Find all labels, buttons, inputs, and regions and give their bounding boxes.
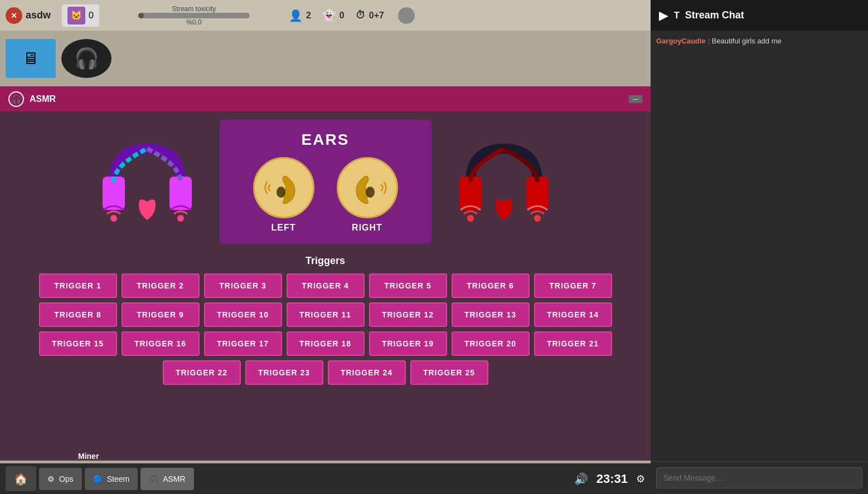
timer-icon: ⏱: [356, 9, 366, 21]
trigger-button[interactable]: TRIGGER 9: [122, 302, 200, 327]
settings-icon[interactable]: ⚙: [636, 473, 645, 485]
trigger-row: TRIGGER 1TRIGGER 2TRIGGER 3TRIGGER 4TRIG…: [39, 273, 612, 298]
trigger-button[interactable]: TRIGGER 20: [452, 331, 530, 356]
left-ear-button[interactable]: LEFT: [253, 157, 314, 233]
chat-input[interactable]: [656, 467, 862, 488]
top-bar: ✕ asdw 🐱 0 Stream toxicity %0,0 👤 2 👻 0 …: [0, 0, 868, 31]
svg-point-5: [277, 187, 285, 198]
trigger-button[interactable]: TRIGGER 22: [163, 360, 241, 385]
bottom-bar: 🏠 ⚙ Ops 🔵 Steem 🎧 ASMR 🔊 23:31 ⚙: [0, 463, 651, 494]
svg-point-3: [177, 215, 184, 222]
viewers-icon: 👤: [289, 9, 303, 22]
toxicity-pct: %0,0: [186, 18, 201, 26]
trigger-button[interactable]: TRIGGER 10: [204, 302, 282, 327]
svg-point-2: [110, 215, 117, 222]
trigger-button[interactable]: TRIGGER 25: [410, 360, 488, 385]
trigger-button[interactable]: TRIGGER 12: [369, 302, 447, 327]
right-ear-label: RIGHT: [352, 223, 382, 233]
asmr-title: ASMR: [30, 94, 56, 104]
app-logo-icon: ✕: [6, 7, 22, 24]
trigger-button[interactable]: TRIGGER 16: [122, 331, 200, 356]
asmr-panel: 🎧 ASMR —: [0, 86, 651, 461]
svg-point-7: [366, 187, 375, 198]
right-ear-button[interactable]: RIGHT: [337, 157, 398, 233]
asmr-content: EARS: [0, 111, 651, 461]
chat-panel: GargoyCaudle : Beautiful girls add me: [651, 31, 868, 494]
ghosts-count: 0: [340, 11, 345, 21]
ops-app-button[interactable]: ⚙ Ops: [39, 468, 82, 490]
stream-chat-header: ▶ T Stream Chat: [651, 0, 868, 31]
left-ear-label: LEFT: [271, 223, 296, 233]
trigger-button[interactable]: TRIGGER 13: [452, 302, 530, 327]
trigger-button[interactable]: TRIGGER 23: [245, 360, 323, 385]
asmr-bottom-label: ASMR: [163, 475, 185, 483]
ears-section: EARS: [8, 120, 642, 244]
asmr-icon: 🎧: [8, 91, 24, 107]
ghosts-icon: 👻: [322, 9, 336, 22]
ops-icon: ⚙: [47, 475, 55, 483]
toxicity-bar-wrap: [138, 13, 250, 18]
ears-row: LEFT: [253, 157, 398, 233]
main-layout: 🖥 🎧 🎧 ASMR —: [0, 31, 868, 494]
timer-value: 0+7: [369, 11, 384, 21]
svg-rect-1: [169, 177, 192, 210]
trigger-button[interactable]: TRIGGER 6: [452, 273, 530, 298]
browser-icon: 🖥: [6, 39, 56, 78]
trigger-button[interactable]: TRIGGER 7: [534, 273, 612, 298]
chat-text: : Beautiful girls add me: [707, 37, 781, 45]
ghosts-stat: 👻 0: [322, 9, 345, 22]
trigger-button[interactable]: TRIGGER 21: [534, 331, 612, 356]
cat-widget: 🐱 0: [62, 4, 99, 27]
svg-point-10: [467, 215, 474, 222]
trigger-button[interactable]: TRIGGER 15: [39, 331, 117, 356]
trigger-button[interactable]: TRIGGER 14: [534, 302, 612, 327]
asmr-app-button[interactable]: 🎧 ASMR: [140, 468, 193, 490]
trigger-button[interactable]: TRIGGER 3: [204, 273, 282, 298]
ops-label: Ops: [59, 475, 74, 483]
headphone-right-graphic: [448, 121, 560, 243]
home-icon[interactable]: 🏠: [6, 466, 36, 491]
trigger-button[interactable]: TRIGGER 5: [369, 273, 447, 298]
browser-area: 🖥 🎧: [0, 31, 651, 86]
steem-app-button[interactable]: 🔵 Steem: [85, 468, 138, 490]
svg-point-11: [534, 215, 541, 222]
clock-display: 23:31: [597, 472, 628, 486]
triggers-section: Triggers TRIGGER 1TRIGGER 2TRIGGER 3TRIG…: [8, 255, 642, 385]
bottom-right: 🔊 23:31 ⚙: [574, 472, 645, 486]
cat-count: 0: [89, 11, 94, 21]
trigger-button[interactable]: TRIGGER 4: [287, 273, 365, 298]
expand-icon[interactable]: [398, 7, 415, 24]
toxicity-section: Stream toxicity %0,0: [110, 5, 278, 26]
trigger-row: TRIGGER 22TRIGGER 23TRIGGER 24TRIGGER 25: [163, 360, 488, 385]
chat-username: GargoyCaudle: [656, 37, 706, 45]
toxicity-label: Stream toxicity: [172, 5, 216, 13]
viewers-count: 2: [306, 11, 311, 21]
toxicity-bar: [138, 13, 144, 18]
headphone-left-graphic: [91, 121, 203, 243]
play-icon: ▶: [659, 8, 668, 23]
trigger-button[interactable]: TRIGGER 2: [122, 273, 200, 298]
trigger-button[interactable]: TRIGGER 19: [369, 331, 447, 356]
minimize-button[interactable]: —: [629, 95, 642, 103]
trigger-row: TRIGGER 8TRIGGER 9TRIGGER 10TRIGGER 11TR…: [39, 302, 612, 327]
trigger-button[interactable]: TRIGGER 1: [39, 273, 117, 298]
trigger-button[interactable]: TRIGGER 11: [287, 302, 365, 327]
volume-icon[interactable]: 🔊: [574, 472, 588, 486]
trigger-button[interactable]: TRIGGER 17: [204, 331, 282, 356]
trigger-row: TRIGGER 15TRIGGER 16TRIGGER 17TRIGGER 18…: [39, 331, 612, 356]
triggers-grid: TRIGGER 1TRIGGER 2TRIGGER 3TRIGGER 4TRIG…: [14, 273, 637, 385]
trigger-button[interactable]: TRIGGER 8: [39, 302, 117, 327]
steem-label: Steem: [107, 475, 129, 483]
headphone-preview: 🎧: [61, 39, 111, 78]
ears-title: EARS: [302, 131, 350, 149]
steem-icon: 🔵: [93, 475, 103, 483]
triggers-title: Triggers: [14, 255, 637, 267]
timer-stat: ⏱ 0+7: [356, 9, 384, 21]
right-ear-icon: [337, 157, 398, 218]
trigger-button[interactable]: TRIGGER 18: [287, 331, 365, 356]
chat-message: GargoyCaudle : Beautiful girls add me: [656, 36, 862, 46]
trigger-button[interactable]: TRIGGER 24: [328, 360, 406, 385]
chat-input-area: [651, 461, 868, 494]
viewers-stat: 👤 2: [289, 9, 311, 22]
asmr-bottom-icon: 🎧: [149, 475, 158, 483]
